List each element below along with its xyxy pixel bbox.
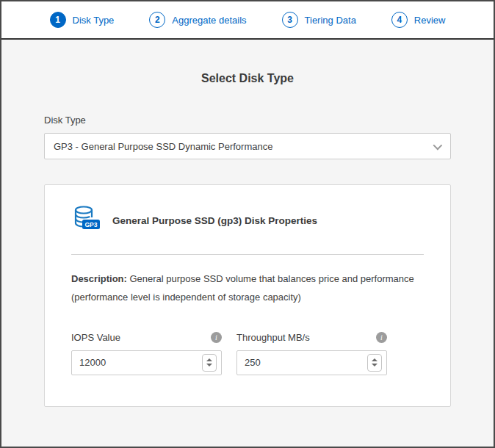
card-title: General Purpose SSD (gp3) Disk Propertie… [112, 215, 317, 226]
step-3-label: Tiering Data [305, 15, 356, 26]
step-aggregate-details[interactable]: 2 Aggregate details [149, 12, 246, 28]
throughput-stepper[interactable] [367, 354, 382, 372]
step-disk-type[interactable]: 1 Disk Type [50, 12, 115, 28]
step-4-label: Review [414, 15, 446, 26]
disk-properties-card: GP3 General Purpose SSD (gp3) Disk Prope… [44, 184, 451, 407]
step-2-label: Aggregate details [172, 15, 246, 26]
step-tiering-data[interactable]: 3 Tiering Data [282, 12, 356, 28]
disk-type-label: Disk Type [44, 115, 451, 126]
gp3-icon-badge-text: GP3 [84, 221, 97, 228]
wizard-stepper: 1 Disk Type 2 Aggregate details 3 Tierin… [1, 1, 494, 40]
step-1-label: Disk Type [73, 15, 115, 26]
step-1-badge: 1 [50, 12, 66, 28]
disk-description: Description: General purpose SSD volume … [71, 270, 424, 307]
info-icon[interactable]: i [211, 332, 222, 343]
iops-input[interactable] [72, 351, 221, 375]
description-label: Description: [71, 273, 127, 284]
performance-fields: IOPS Value i Throughput MB/s i [71, 332, 424, 375]
iops-input-wrapper [71, 350, 222, 375]
step-2-badge: 2 [149, 12, 165, 28]
iops-label: IOPS Value [71, 332, 120, 343]
step-4-badge: 4 [391, 12, 408, 28]
iops-stepper[interactable] [202, 354, 217, 372]
step-3-badge: 3 [282, 12, 298, 28]
stepper-up-icon[interactable] [206, 358, 212, 361]
throughput-input-wrapper [236, 350, 387, 375]
stepper-down-icon[interactable] [372, 364, 377, 366]
card-header: GP3 General Purpose SSD (gp3) Disk Prope… [71, 204, 424, 236]
stepper-down-icon[interactable] [206, 364, 212, 366]
stepper-up-icon[interactable] [372, 358, 377, 361]
main-content: Select Disk Type Disk Type GP3 - General… [1, 72, 494, 407]
info-icon[interactable]: i [376, 332, 387, 343]
card-divider [71, 254, 424, 255]
disk-type-select[interactable]: GP3 - General Purpose SSD Dynamic Perfor… [44, 133, 451, 159]
throughput-input[interactable] [237, 351, 386, 375]
page-title: Select Disk Type [44, 72, 451, 85]
chevron-down-icon [433, 140, 443, 150]
wizard-window: 1 Disk Type 2 Aggregate details 3 Tierin… [0, 0, 495, 448]
throughput-field: Throughput MB/s i [236, 332, 387, 375]
throughput-label: Throughput MB/s [236, 332, 310, 343]
iops-field: IOPS Value i [71, 332, 222, 375]
disk-type-selected-value: GP3 - General Purpose SSD Dynamic Perfor… [54, 141, 272, 152]
gp3-disk-icon: GP3 [71, 204, 101, 236]
step-review[interactable]: 4 Review [391, 12, 446, 28]
